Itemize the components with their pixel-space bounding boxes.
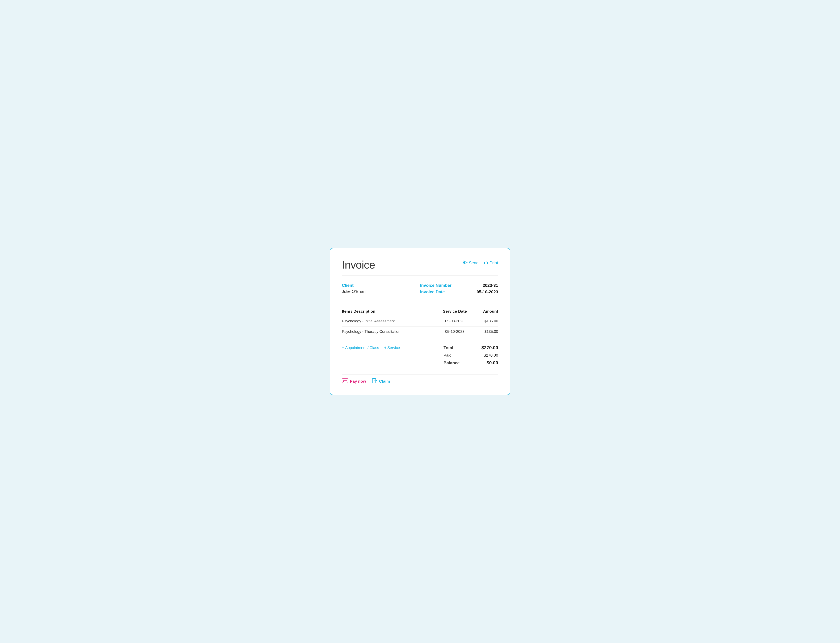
client-name: Julie O'Brian	[342, 289, 420, 294]
invoice-date-label: Invoice Date	[420, 290, 473, 294]
balance-row: Balance $0.00	[443, 359, 498, 367]
row-1-amount: $135.00	[474, 326, 498, 337]
svg-rect-3	[343, 380, 347, 380]
pay-now-icon	[342, 379, 348, 384]
invoice-card: Invoice Send Pr	[330, 248, 510, 395]
invoice-number-row: Invoice Number 2023-31	[420, 283, 498, 288]
print-label: Print	[490, 261, 498, 265]
col-service-date: Service Date	[436, 307, 474, 316]
row-1-service-date: 05-10-2023	[436, 326, 474, 337]
paid-label: Paid	[443, 353, 451, 357]
add-service-label: Service	[387, 346, 400, 350]
meta-section: Client Julie O'Brian Invoice Number 2023…	[342, 283, 498, 299]
print-button[interactable]: Print	[483, 260, 498, 266]
paid-value: $270.00	[479, 353, 498, 357]
invoice-meta: Invoice Number 2023-31 Invoice Date 05-1…	[420, 283, 498, 294]
print-icon	[483, 260, 488, 266]
row-1-description: Psychology - Therapy Consultation	[342, 326, 436, 337]
row-0-amount: $135.00	[474, 316, 498, 326]
add-service-button[interactable]: + Service	[384, 346, 400, 350]
claim-label: Claim	[379, 379, 390, 384]
paid-row: Paid $270.00	[443, 352, 498, 359]
invoice-header: Invoice Send Pr	[342, 258, 498, 276]
add-buttons: + Appointment / Class + Service	[342, 344, 400, 350]
balance-value: $0.00	[479, 360, 498, 366]
page-title: Invoice	[342, 258, 375, 271]
send-label: Send	[469, 261, 479, 265]
add-appointment-label: Appointment / Class	[345, 346, 379, 350]
header-actions: Send Print	[463, 260, 498, 266]
items-table: Item / Description Service Date Amount P…	[342, 307, 498, 337]
col-item-description: Item / Description	[342, 307, 436, 316]
svg-rect-1	[485, 263, 487, 263]
svg-rect-2	[342, 379, 348, 383]
client-label: Client	[342, 283, 420, 288]
pay-now-button[interactable]: Pay now	[342, 379, 366, 384]
invoice-date-row: Invoice Date 05-10-2023	[420, 290, 498, 294]
client-section: Client Julie O'Brian	[342, 283, 420, 294]
add-appointment-button[interactable]: + Appointment / Class	[342, 346, 379, 350]
balance-label: Balance	[443, 361, 460, 366]
invoice-date-value: 05-10-2023	[473, 290, 498, 294]
claim-button[interactable]: Claim	[372, 378, 390, 385]
send-icon	[463, 260, 467, 266]
row-0-description: Psychology - Initial Assessment	[342, 316, 436, 326]
pay-now-label: Pay now	[350, 379, 366, 384]
total-label: Total	[443, 346, 453, 350]
footer-actions: Pay now Claim	[342, 374, 498, 385]
col-amount: Amount	[474, 307, 498, 316]
invoice-number-label: Invoice Number	[420, 283, 473, 288]
table-header-row: Item / Description Service Date Amount	[342, 307, 498, 316]
table-row: Psychology - Initial Assessment05-03-202…	[342, 316, 498, 326]
totals-section: Total $270.00 Paid $270.00 Balance $0.00	[443, 344, 498, 367]
svg-rect-4	[343, 381, 344, 382]
table-row: Psychology - Therapy Consultation05-10-2…	[342, 326, 498, 337]
invoice-number-value: 2023-31	[473, 283, 498, 288]
add-service-plus: +	[384, 346, 387, 350]
total-row: Total $270.00	[443, 344, 498, 352]
row-0-service-date: 05-03-2023	[436, 316, 474, 326]
bottom-section: + Appointment / Class + Service Total $2…	[342, 344, 498, 367]
send-button[interactable]: Send	[463, 260, 479, 266]
total-value: $270.00	[479, 345, 498, 351]
add-appointment-plus: +	[342, 346, 344, 350]
claim-icon	[372, 378, 378, 385]
